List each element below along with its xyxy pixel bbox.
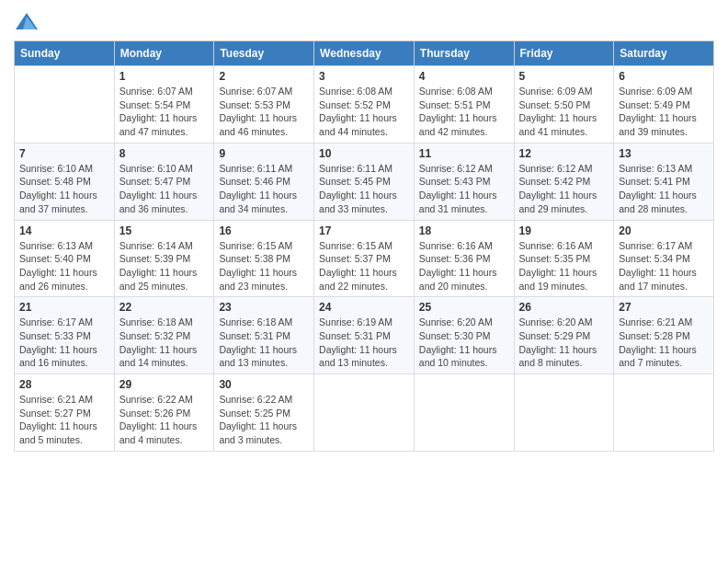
day-info: Sunrise: 6:15 AMSunset: 5:38 PMDaylight:… [219,239,309,293]
calendar-cell: 30Sunrise: 6:22 AMSunset: 5:25 PMDayligh… [214,374,314,452]
day-number: 10 [319,147,409,160]
calendar-cell: 9Sunrise: 6:11 AMSunset: 5:46 PMDaylight… [214,143,314,220]
day-number: 6 [619,70,709,83]
calendar-cell: 11Sunrise: 6:12 AMSunset: 5:43 PMDayligh… [414,143,514,220]
calendar-cell: 1Sunrise: 6:07 AMSunset: 5:54 PMDaylight… [114,66,214,144]
day-number: 7 [19,147,109,160]
calendar-header-monday: Monday [114,41,214,66]
day-number: 28 [19,378,109,391]
day-info: Sunrise: 6:22 AMSunset: 5:25 PMDaylight:… [219,393,309,447]
calendar-cell [314,374,415,452]
calendar-week-row: 7Sunrise: 6:10 AMSunset: 5:48 PMDaylight… [15,143,714,220]
calendar-header-wednesday: Wednesday [314,41,415,66]
day-number: 29 [119,378,210,391]
day-number: 24 [319,301,409,314]
calendar-cell: 8Sunrise: 6:10 AMSunset: 5:47 PMDaylight… [114,143,214,220]
day-number: 22 [119,301,210,314]
calendar-cell: 25Sunrise: 6:20 AMSunset: 5:30 PMDayligh… [414,297,514,374]
calendar-cell [514,374,614,452]
calendar-week-row: 1Sunrise: 6:07 AMSunset: 5:54 PMDaylight… [15,66,714,144]
calendar-table: SundayMondayTuesdayWednesdayThursdayFrid… [14,40,714,452]
day-number: 1 [119,70,210,83]
calendar-cell: 21Sunrise: 6:17 AMSunset: 5:33 PMDayligh… [15,297,115,374]
calendar-cell [414,374,514,452]
calendar-cell [614,374,714,452]
day-number: 9 [219,147,309,160]
day-info: Sunrise: 6:10 AMSunset: 5:48 PMDaylight:… [19,162,109,216]
day-number: 26 [519,301,609,314]
day-info: Sunrise: 6:16 AMSunset: 5:35 PMDaylight:… [519,239,609,293]
calendar-body: 1Sunrise: 6:07 AMSunset: 5:54 PMDaylight… [15,66,714,452]
day-info: Sunrise: 6:14 AMSunset: 5:39 PMDaylight:… [119,239,210,293]
page-header [14,9,714,35]
day-info: Sunrise: 6:07 AMSunset: 5:54 PMDaylight:… [119,85,210,139]
calendar-cell: 29Sunrise: 6:22 AMSunset: 5:26 PMDayligh… [114,374,214,452]
calendar-header-tuesday: Tuesday [214,41,314,66]
calendar-cell: 23Sunrise: 6:18 AMSunset: 5:31 PMDayligh… [214,297,314,374]
day-info: Sunrise: 6:15 AMSunset: 5:37 PMDaylight:… [319,239,409,293]
day-info: Sunrise: 6:13 AMSunset: 5:41 PMDaylight:… [619,162,709,216]
calendar-week-row: 28Sunrise: 6:21 AMSunset: 5:27 PMDayligh… [15,374,714,452]
calendar-cell: 20Sunrise: 6:17 AMSunset: 5:34 PMDayligh… [614,220,714,297]
day-number: 21 [19,301,109,314]
day-info: Sunrise: 6:11 AMSunset: 5:45 PMDaylight:… [319,162,409,216]
day-info: Sunrise: 6:17 AMSunset: 5:34 PMDaylight:… [619,239,709,293]
calendar-header-friday: Friday [514,41,614,66]
logo-icon [14,9,40,35]
calendar-header-saturday: Saturday [614,41,714,66]
logo [14,9,43,35]
calendar-cell: 15Sunrise: 6:14 AMSunset: 5:39 PMDayligh… [114,220,214,297]
day-info: Sunrise: 6:18 AMSunset: 5:32 PMDaylight:… [119,316,210,370]
day-number: 27 [619,301,709,314]
calendar-cell: 24Sunrise: 6:19 AMSunset: 5:31 PMDayligh… [314,297,415,374]
day-info: Sunrise: 6:07 AMSunset: 5:53 PMDaylight:… [219,85,309,139]
day-number: 19 [519,224,609,237]
day-number: 2 [219,70,309,83]
calendar-header-sunday: Sunday [15,41,115,66]
day-info: Sunrise: 6:09 AMSunset: 5:49 PMDaylight:… [619,85,709,139]
calendar-cell: 16Sunrise: 6:15 AMSunset: 5:38 PMDayligh… [214,220,314,297]
calendar-week-row: 21Sunrise: 6:17 AMSunset: 5:33 PMDayligh… [15,297,714,374]
day-number: 23 [219,301,309,314]
calendar-week-row: 14Sunrise: 6:13 AMSunset: 5:40 PMDayligh… [15,220,714,297]
day-number: 30 [219,378,309,391]
day-info: Sunrise: 6:10 AMSunset: 5:47 PMDaylight:… [119,162,210,216]
calendar-cell [15,66,115,144]
calendar-cell: 4Sunrise: 6:08 AMSunset: 5:51 PMDaylight… [414,66,514,144]
day-info: Sunrise: 6:08 AMSunset: 5:51 PMDaylight:… [419,85,509,139]
day-info: Sunrise: 6:21 AMSunset: 5:27 PMDaylight:… [19,393,109,447]
day-info: Sunrise: 6:11 AMSunset: 5:46 PMDaylight:… [219,162,309,216]
calendar-cell: 5Sunrise: 6:09 AMSunset: 5:50 PMDaylight… [514,66,614,144]
day-number: 16 [219,224,309,237]
calendar-cell: 26Sunrise: 6:20 AMSunset: 5:29 PMDayligh… [514,297,614,374]
day-info: Sunrise: 6:12 AMSunset: 5:42 PMDaylight:… [519,162,609,216]
calendar-cell: 14Sunrise: 6:13 AMSunset: 5:40 PMDayligh… [15,220,115,297]
calendar-cell: 27Sunrise: 6:21 AMSunset: 5:28 PMDayligh… [614,297,714,374]
calendar-cell: 13Sunrise: 6:13 AMSunset: 5:41 PMDayligh… [614,143,714,220]
calendar-header-thursday: Thursday [414,41,514,66]
day-number: 3 [319,70,409,83]
calendar-cell: 6Sunrise: 6:09 AMSunset: 5:49 PMDaylight… [614,66,714,144]
calendar-cell: 12Sunrise: 6:12 AMSunset: 5:42 PMDayligh… [514,143,614,220]
day-number: 11 [419,147,509,160]
calendar-cell: 19Sunrise: 6:16 AMSunset: 5:35 PMDayligh… [514,220,614,297]
calendar-cell: 28Sunrise: 6:21 AMSunset: 5:27 PMDayligh… [15,374,115,452]
calendar-cell: 22Sunrise: 6:18 AMSunset: 5:32 PMDayligh… [114,297,214,374]
day-info: Sunrise: 6:22 AMSunset: 5:26 PMDaylight:… [119,393,210,447]
day-number: 13 [619,147,709,160]
day-number: 5 [519,70,609,83]
calendar-header-row: SundayMondayTuesdayWednesdayThursdayFrid… [15,41,714,66]
day-number: 18 [419,224,509,237]
calendar-cell: 17Sunrise: 6:15 AMSunset: 5:37 PMDayligh… [314,220,415,297]
day-number: 8 [119,147,210,160]
calendar-cell: 7Sunrise: 6:10 AMSunset: 5:48 PMDaylight… [15,143,115,220]
calendar-cell: 10Sunrise: 6:11 AMSunset: 5:45 PMDayligh… [314,143,415,220]
day-info: Sunrise: 6:12 AMSunset: 5:43 PMDaylight:… [419,162,509,216]
day-info: Sunrise: 6:16 AMSunset: 5:36 PMDaylight:… [419,239,509,293]
calendar-cell: 18Sunrise: 6:16 AMSunset: 5:36 PMDayligh… [414,220,514,297]
day-info: Sunrise: 6:20 AMSunset: 5:30 PMDaylight:… [419,316,509,370]
day-number: 4 [419,70,509,83]
day-info: Sunrise: 6:18 AMSunset: 5:31 PMDaylight:… [219,316,309,370]
day-number: 15 [119,224,210,237]
day-number: 17 [319,224,409,237]
